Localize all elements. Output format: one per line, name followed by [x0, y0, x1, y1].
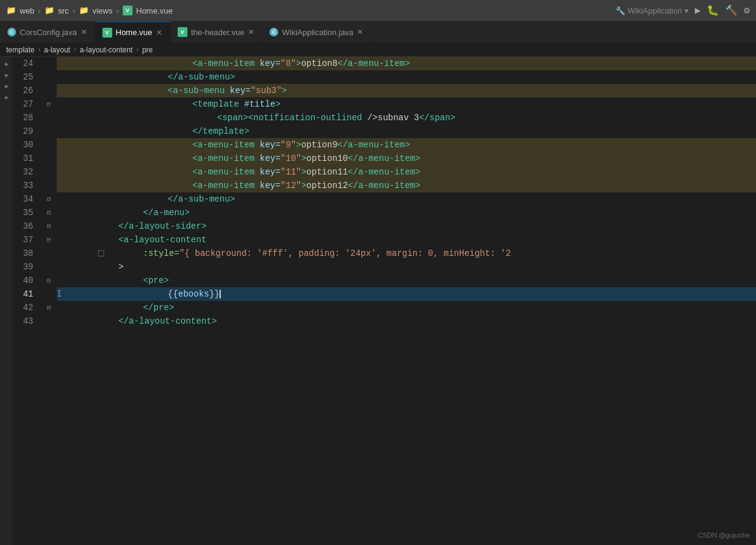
- tab-label-4: WikiApplication.java: [282, 28, 353, 37]
- tools-icon[interactable]: 🔨: [725, 4, 738, 17]
- fold-29: [43, 125, 54, 138]
- ln-37: 37: [12, 233, 38, 247]
- java-icon-2: C: [269, 28, 278, 36]
- tab-label-1: CorsConfig.java: [20, 28, 77, 37]
- tab-close-2[interactable]: ✕: [156, 28, 162, 37]
- code-line-42: </pre>: [57, 301, 756, 314]
- fold-27[interactable]: ⊟: [43, 97, 54, 111]
- ln-29: 29: [12, 125, 38, 138]
- bc-pre[interactable]: pre: [142, 46, 152, 54]
- src-icon: 📁: [44, 6, 54, 15]
- editor-area: ◈ ◈ ◈ ◈ 24 25 26 27 28 29 30 31 32 33 34…: [0, 57, 756, 545]
- fold-43: [43, 314, 54, 328]
- views-icon: 📁: [79, 6, 89, 15]
- fold-42[interactable]: ⊟: [43, 301, 54, 314]
- tab-close-1[interactable]: ✕: [81, 28, 87, 36]
- bc-views: views: [92, 6, 113, 15]
- code-line-39: >: [57, 260, 756, 274]
- tab-label-3: the-header.vue: [191, 28, 245, 37]
- folder-icon: 📁: [6, 6, 16, 15]
- ln-32: 32: [12, 165, 38, 179]
- ln-33: 33: [12, 179, 38, 192]
- code-line-35: </a-menu>: [57, 206, 756, 219]
- ln-26: 26: [12, 84, 38, 97]
- ln-41: 41: [12, 287, 38, 301]
- bc-alayoutcontent[interactable]: a-layout-content: [80, 46, 133, 54]
- app-selector[interactable]: 🔧 WikiApplication ▾: [615, 6, 688, 15]
- watermark: CSDN @gujunhe: [697, 531, 750, 539]
- bc-alayout[interactable]: a-layout: [44, 46, 70, 54]
- fold-34[interactable]: ⊟: [43, 192, 54, 206]
- code-content[interactable]: <a-menu-item key="8" > option8 </a-menu-…: [54, 57, 756, 545]
- breadcrumb-bar: template › a-layout › a-layout-content ›…: [0, 43, 756, 57]
- tab-wikiapp[interactable]: C WikiApplication.java ✕: [262, 22, 371, 43]
- fold-24: [43, 57, 54, 70]
- tab-bar: C CorsConfig.java ✕ V Home.vue ✕ V the-h…: [0, 22, 756, 43]
- tab-headervue[interactable]: V the-header.vue ✕: [170, 22, 263, 43]
- code-line-36: </a-layout-sider>: [57, 219, 756, 233]
- bc-template[interactable]: template: [6, 46, 35, 54]
- vue-icon-tab: V: [102, 28, 112, 38]
- activity-icon-3[interactable]: ◈: [1, 81, 11, 91]
- vue-file-icon: V: [123, 6, 133, 15]
- code-line-33: <a-menu-item key="12" > option12 </a-men…: [57, 179, 756, 192]
- line-number-gutter: 24 25 26 27 28 29 30 31 32 33 34 35 36 3…: [12, 57, 43, 545]
- fold-32: [43, 165, 54, 179]
- code-line-32: <a-menu-item key="11" > option11 </a-men…: [57, 165, 756, 179]
- tab-homevue[interactable]: V Home.vue ✕: [95, 22, 170, 43]
- fold-40[interactable]: ⊟: [43, 274, 54, 287]
- code-line-28: <span> <notification-outlined /> subnav …: [57, 111, 756, 125]
- fold-31: [43, 152, 54, 165]
- tab-label-2: Home.vue: [116, 28, 152, 37]
- ln-27: 27: [12, 97, 38, 111]
- fold-37[interactable]: ⊟: [43, 233, 54, 247]
- fold-35[interactable]: ⊟: [43, 206, 54, 219]
- code-line-43: </a-layout-content>: [57, 314, 756, 328]
- debug-icon[interactable]: 🐛: [707, 4, 719, 17]
- fold-41: [43, 287, 54, 301]
- activity-icon-4[interactable]: ◈: [1, 92, 11, 102]
- fold-25: [43, 70, 54, 84]
- code-line-24: <a-menu-item key="8" > option8 </a-menu-…: [57, 57, 756, 70]
- fold-column: ⊟ ⊟ ⊟ ⊟ ⊟ ⊟ ⊟: [43, 57, 54, 545]
- fold-28: [43, 111, 54, 125]
- fold-30: [43, 138, 54, 152]
- ln-35: 35: [12, 206, 38, 219]
- ln-28: 28: [12, 111, 38, 125]
- code-line-37: <a-layout-content: [57, 233, 756, 247]
- ln-25: 25: [12, 70, 38, 84]
- ln-31: 31: [12, 152, 38, 165]
- run-icon[interactable]: ▶: [695, 4, 701, 17]
- fold-33: [43, 179, 54, 192]
- code-line-26: <a-sub-menu key="sub3" >: [57, 84, 756, 97]
- config-icon[interactable]: ⚙: [744, 4, 750, 17]
- fold-38: [43, 247, 54, 260]
- fold-26: [43, 84, 54, 97]
- ln-34: 34: [12, 192, 38, 206]
- fold-36[interactable]: ⊟: [43, 219, 54, 233]
- tab-corsconfigjava[interactable]: C CorsConfig.java ✕: [0, 22, 95, 43]
- code-line-31: <a-menu-item key="10" > option10 </a-men…: [57, 152, 756, 165]
- ln-39: 39: [12, 260, 38, 274]
- ln-24: 24: [12, 57, 38, 70]
- ln-38: 38: [12, 247, 38, 260]
- left-activity-bar: ◈ ◈ ◈ ◈: [0, 57, 12, 545]
- ln-30: 30: [12, 138, 38, 152]
- text-cursor: [220, 290, 221, 298]
- code-line-38: :style="{ background: '#fff', padding: '…: [57, 247, 756, 260]
- code-line-29: </template>: [57, 125, 756, 138]
- code-line-25: </a-sub-menu>: [57, 70, 756, 84]
- tab-close-4[interactable]: ✕: [357, 28, 363, 36]
- bc-homevue: Home.vue: [136, 6, 173, 15]
- code-line-27: <template #title >: [57, 97, 756, 111]
- vue-icon-tab2: V: [178, 27, 187, 37]
- ln-36: 36: [12, 219, 38, 233]
- ln-42: 42: [12, 301, 38, 314]
- top-toolbar: 📁 web › 📁 src › 📁 views › V Home.vue 🔧 W…: [0, 0, 756, 22]
- tab-close-3[interactable]: ✕: [248, 28, 254, 36]
- code-line-41[interactable]: I {{ebooks}}: [57, 287, 756, 301]
- code-line-34: </a-sub-menu>: [57, 192, 756, 206]
- activity-icon-2[interactable]: ◈: [1, 70, 11, 80]
- activity-icon-1[interactable]: ◈: [1, 59, 11, 69]
- code-line-40: <pre>: [57, 274, 756, 287]
